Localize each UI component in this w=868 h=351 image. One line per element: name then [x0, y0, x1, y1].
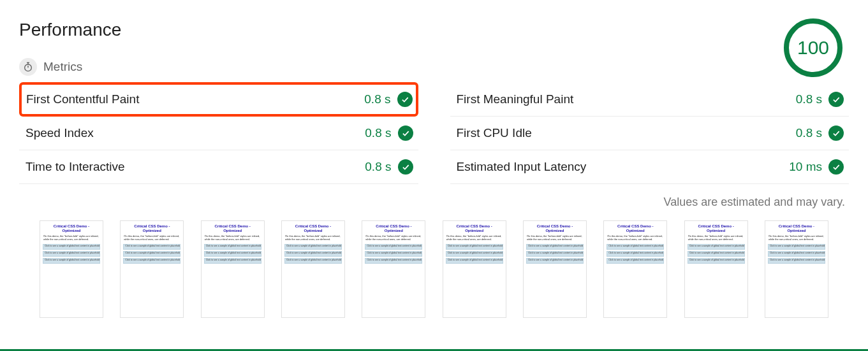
thumb-desc: On this demo, the "before-fold" styles a… — [768, 235, 825, 241]
thumb-line: Click to see a sample of global text con… — [688, 251, 745, 257]
thumb-title: Critical CSS Demo - Optimized — [779, 224, 814, 233]
thumb-desc: On this demo, the "before-fold" styles a… — [446, 235, 503, 241]
thumb-desc: On this demo, the "before-fold" styles a… — [607, 235, 664, 241]
thumb-line: Click to see a sample of global text con… — [768, 258, 825, 264]
metric-value: 0.8 s — [796, 92, 844, 107]
thumb-line: Click to see a sample of global text con… — [43, 258, 100, 264]
thumb-desc: On this demo, the "before-fold" styles a… — [43, 235, 100, 241]
metric-value: 0.8 s — [796, 125, 844, 141]
metric-value: 10 ms — [789, 159, 844, 175]
thumb-desc: On this demo, the "before-fold" styles a… — [284, 235, 342, 241]
filmstrip-thumbnail[interactable]: Critical CSS Demo - OptimizedOn this dem… — [523, 220, 587, 318]
metric-label: First Contentful Paint — [26, 92, 139, 106]
thumb-line: Click to see a sample of global text con… — [365, 244, 422, 250]
thumb-line: Click to see a sample of global text con… — [768, 251, 825, 257]
thumb-desc: On this demo, the "before-fold" styles a… — [365, 235, 422, 241]
thumb-line: Click to see a sample of global text con… — [768, 244, 825, 250]
filmstrip: Critical CSS Demo - OptimizedOn this dem… — [19, 220, 849, 318]
thumb-line: Click to see a sample of global text con… — [43, 244, 100, 250]
check-circle-icon — [828, 92, 844, 107]
check-circle-icon — [828, 159, 844, 175]
stopwatch-icon — [19, 58, 37, 76]
thumb-line: Click to see a sample of global text con… — [123, 244, 180, 250]
thumb-desc: On this demo, the "before-fold" styles a… — [688, 235, 745, 241]
metrics-grid: First Contentful Paint0.8 sFirst Meaning… — [19, 82, 849, 184]
thumb-line: Click to see a sample of global text con… — [446, 251, 503, 257]
filmstrip-thumbnail[interactable]: Critical CSS Demo - OptimizedOn this dem… — [40, 220, 103, 318]
filmstrip-thumbnail[interactable]: Critical CSS Demo - OptimizedOn this dem… — [281, 220, 345, 318]
metric-row[interactable]: Time to Interactive0.8 s — [19, 150, 418, 184]
thumb-title: Critical CSS Demo - Optimized — [617, 224, 653, 233]
thumb-desc: On this demo, the "before-fold" styles a… — [123, 235, 180, 241]
filmstrip-thumbnail[interactable]: Critical CSS Demo - OptimizedOn this dem… — [765, 220, 828, 318]
thumb-line: Click to see a sample of global text con… — [526, 244, 584, 250]
metric-row[interactable]: Speed Index0.8 s — [19, 117, 418, 150]
thumb-line: Click to see a sample of global text con… — [446, 258, 503, 264]
metric-label: First Meaningful Paint — [457, 92, 574, 106]
thumb-line: Click to see a sample of global text con… — [204, 251, 261, 257]
check-circle-icon — [398, 125, 413, 141]
thumb-line: Click to see a sample of global text con… — [204, 258, 261, 264]
thumb-title: Critical CSS Demo - Optimized — [537, 224, 573, 233]
thumb-title: Critical CSS Demo - Optimized — [54, 224, 89, 233]
thumb-line: Click to see a sample of global text con… — [607, 244, 664, 250]
filmstrip-thumbnail[interactable]: Critical CSS Demo - OptimizedOn this dem… — [443, 220, 506, 318]
thumb-line: Click to see a sample of global text con… — [688, 244, 745, 250]
thumb-line: Click to see a sample of global text con… — [123, 258, 180, 264]
thumb-line: Click to see a sample of global text con… — [123, 251, 180, 257]
thumb-desc: On this demo, the "before-fold" styles a… — [526, 235, 584, 241]
filmstrip-thumbnail[interactable]: Critical CSS Demo - OptimizedOn this dem… — [201, 220, 265, 318]
metric-label: Time to Interactive — [26, 160, 125, 174]
metric-row[interactable]: First CPU Idle0.8 s — [450, 117, 850, 150]
filmstrip-thumbnail[interactable]: Critical CSS Demo - OptimizedOn this dem… — [603, 220, 667, 318]
thumb-title: Critical CSS Demo - Optimized — [214, 224, 250, 233]
check-circle-icon — [398, 159, 413, 175]
thumb-desc: On this demo, the "before-fold" styles a… — [204, 235, 261, 241]
thumb-title: Critical CSS Demo - Optimized — [134, 224, 170, 233]
metric-label: Estimated Input Latency — [457, 160, 587, 174]
metric-value: 0.8 s — [365, 125, 413, 141]
thumb-line: Click to see a sample of global text con… — [607, 251, 664, 257]
thumb-line: Click to see a sample of global text con… — [446, 244, 503, 250]
thumb-title: Critical CSS Demo - Optimized — [295, 224, 331, 233]
metrics-header: Metrics — [19, 58, 121, 76]
thumb-line: Click to see a sample of global text con… — [688, 258, 745, 264]
thumb-line: Click to see a sample of global text con… — [365, 251, 422, 257]
thumb-title: Critical CSS Demo - Optimized — [376, 224, 411, 233]
metrics-section-label: Metrics — [43, 60, 82, 74]
check-circle-icon — [397, 92, 413, 107]
performance-score-value: 100 — [797, 37, 829, 59]
estimate-note: Values are estimated and may vary. — [19, 196, 845, 209]
page-title: Performance — [19, 20, 121, 40]
thumb-title: Critical CSS Demo - Optimized — [698, 224, 733, 233]
check-circle-icon — [828, 125, 844, 141]
thumb-line: Click to see a sample of global text con… — [607, 258, 664, 264]
filmstrip-thumbnail[interactable]: Critical CSS Demo - OptimizedOn this dem… — [362, 220, 425, 318]
metric-row[interactable]: First Meaningful Paint0.8 s — [450, 82, 850, 117]
metric-row[interactable]: First Contentful Paint0.8 s — [19, 82, 418, 117]
thumb-line: Click to see a sample of global text con… — [526, 251, 584, 257]
performance-score-gauge: 100 — [784, 18, 842, 77]
thumb-title: Critical CSS Demo - Optimized — [456, 224, 492, 233]
filmstrip-thumbnail[interactable]: Critical CSS Demo - OptimizedOn this dem… — [684, 220, 748, 318]
thumb-line: Click to see a sample of global text con… — [284, 251, 342, 257]
metric-value: 0.8 s — [365, 159, 413, 175]
metric-label: First CPU Idle — [457, 126, 532, 140]
metric-label: Speed Index — [26, 126, 94, 140]
thumb-line: Click to see a sample of global text con… — [204, 244, 261, 250]
thumb-line: Click to see a sample of global text con… — [526, 258, 584, 264]
thumb-line: Click to see a sample of global text con… — [284, 258, 342, 264]
filmstrip-thumbnail[interactable]: Critical CSS Demo - OptimizedOn this dem… — [120, 220, 184, 318]
metric-value: 0.8 s — [364, 92, 412, 107]
metric-row[interactable]: Estimated Input Latency10 ms — [450, 150, 850, 184]
thumb-line: Click to see a sample of global text con… — [284, 244, 342, 250]
thumb-line: Click to see a sample of global text con… — [365, 258, 422, 264]
thumb-line: Click to see a sample of global text con… — [43, 251, 100, 257]
